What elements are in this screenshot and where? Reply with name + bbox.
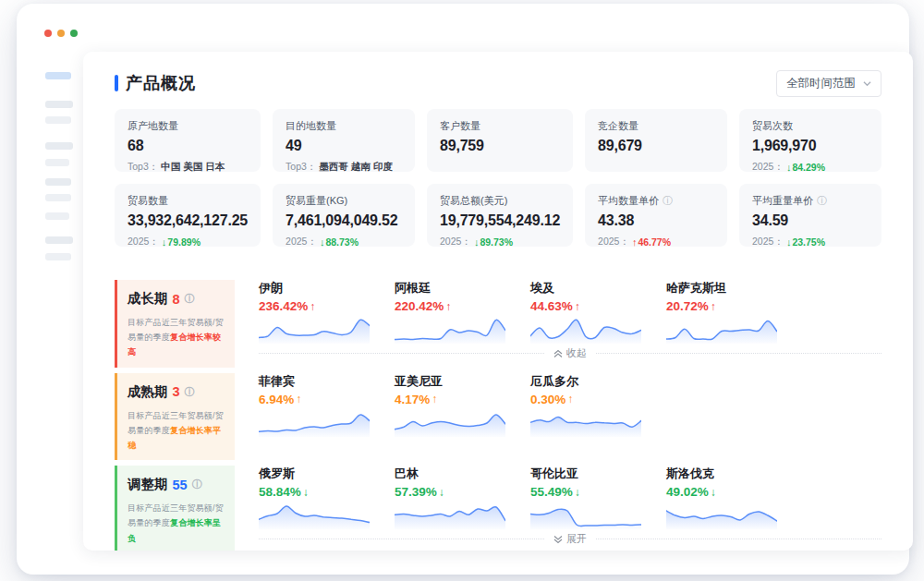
sparkline-chart [259,407,370,437]
stat-card-trade-total: 贸易总额(美元) 19,779,554,249.12 2025：↓89.73% [427,184,573,247]
product-overview-panel: 产品概况 全部时间范围 原产地数量 68 Top3：中国 美国 日本 目的地数量… [83,52,913,551]
stat-sub: 2025：↓84.29% [752,161,869,174]
country-name: 哥伦比亚 [530,466,643,482]
sidebar-item-active[interactable] [45,72,71,79]
stage-row-adjust: 调整期 55 ⓘ 目标产品近三年贸易额/贸易量的季度复合增长率呈负 俄罗斯 58… [115,466,881,551]
stat-sub-prefix: 2025： [598,236,629,248]
pct-value: 49.02% [666,485,709,499]
sidebar-item[interactable] [45,253,71,260]
time-range-select[interactable]: 全部时间范围 [776,70,881,97]
arrow-down-icon: ↓ [474,236,480,248]
minimize-button[interactable] [57,30,65,37]
page-title: 产品概况 [126,72,196,94]
stat-value: 68 [128,138,248,154]
country-name: 斯洛伐克 [666,466,779,482]
sidebar-item[interactable] [45,101,73,108]
stat-sub: 2025：↓23.75% [752,236,869,248]
stat-label: 原产地数量 [128,119,248,133]
country-cell[interactable]: 伊朗 236.42%↑ [259,280,371,344]
info-icon[interactable]: ⓘ [663,196,673,206]
pct-value: 236.42% [259,299,308,313]
stat-card-customer-count: 客户数量 89,759 [427,109,573,172]
stage-content: 俄罗斯 58.84%↓ 巴林 57.39%↓ 哥伦比亚 55.49%↓ [259,466,881,551]
country-pct: 4.17%↑ [395,393,507,406]
sidebar-item[interactable] [45,178,71,186]
stat-value: 34.59 [752,212,869,229]
stat-sub-prefix: 2025： [752,236,784,248]
country-cell[interactable]: 哥伦比亚 55.49%↓ [530,466,643,529]
stat-sub-prefix: 2025： [286,236,317,248]
info-icon[interactable]: ⓘ [185,294,195,304]
sidebar-item[interactable] [45,142,73,150]
pct-value: 58.84% [259,485,301,499]
info-icon[interactable]: ⓘ [817,196,827,206]
sidebar-item[interactable] [45,116,71,124]
trend-pct: 84.29% [792,162,825,173]
info-icon[interactable]: ⓘ [192,479,202,490]
stat-sub: Top3：中国 美国 日本 [128,161,248,174]
double-chevron-down-icon [553,535,563,544]
trend-value: ↓79.89% [162,236,201,248]
country-cell[interactable]: 菲律宾 6.94%↑ [259,373,371,437]
sidebar-item[interactable] [45,236,73,244]
sparkline-chart [530,407,641,437]
sidebar-nav-skeleton [45,72,77,260]
stat-value: 89,759 [440,138,560,154]
stage-row-growth: 成长期 8 ⓘ 目标产品近三年贸易额/贸易量的季度复合增长率较高 伊朗 236.… [115,280,881,368]
stage-title: 调整期 55 ⓘ [128,476,229,493]
stat-label: 平均重量单价ⓘ [752,194,869,208]
country-name: 俄罗斯 [259,466,371,482]
country-cell[interactable]: 斯洛伐克 49.02%↓ [666,466,779,529]
sidebar-item[interactable] [45,159,69,166]
window-controls [44,30,78,37]
zoom-button[interactable] [70,30,78,37]
arrow-down-icon: ↓ [439,486,444,499]
pct-value: 20.72% [666,299,709,313]
country-cell[interactable]: 巴林 57.39%↓ [395,466,507,529]
pct-value: 4.17% [395,393,430,406]
double-chevron-up-icon [553,349,563,358]
country-name: 伊朗 [259,280,371,297]
time-range-value: 全部时间范围 [786,76,856,91]
sidebar-item[interactable] [45,194,71,201]
trend-pct: 89.73% [480,236,513,248]
country-cell[interactable]: 厄瓜多尔 0.30%↑ [530,373,643,437]
stat-sub-prefix: 2025： [440,236,471,248]
sparkline-chart [259,500,370,529]
country-pct: 6.94%↑ [259,393,371,406]
stage-name: 成长期 [128,290,168,308]
country-grid: 菲律宾 6.94%↑ 亚美尼亚 4.17%↑ 厄瓜多尔 0.30%↑ [259,373,881,437]
stage-count: 8 [173,292,180,307]
divider-line [259,539,544,539]
stat-sub: 2025：↓88.73% [286,236,402,248]
country-name: 厄瓜多尔 [530,373,643,390]
trend-pct: 23.75% [792,236,825,248]
stage-label-adjust: 调整期 55 ⓘ 目标产品近三年贸易额/贸易量的季度复合增长率呈负 [115,466,235,551]
stage-desc: 目标产品近三年贸易额/贸易量的季度复合增长率较高 [128,315,229,360]
stat-value: 19,779,554,249.12 [440,212,560,229]
arrow-down-icon: ↓ [786,236,792,248]
expand-button[interactable]: 展开 [553,532,587,546]
country-pct: 57.39%↓ [395,485,507,499]
sparkline-chart [395,500,505,529]
arrow-up-icon: ↑ [310,300,315,313]
stage-title: 成熟期 3 ⓘ [128,383,229,401]
trend-value: ↓23.75% [786,236,825,248]
sidebar-item[interactable] [45,212,69,220]
country-cell[interactable]: 埃及 44.63%↑ [530,280,643,344]
title-accent-bar [115,75,118,91]
country-name: 阿根廷 [395,280,507,297]
pct-value: 55.49% [530,485,573,499]
close-button[interactable] [44,30,52,37]
country-cell[interactable]: 哈萨克斯坦 20.72%↑ [666,280,779,344]
country-cell[interactable]: 亚美尼亚 4.17%↑ [395,373,507,437]
country-pct: 20.72%↑ [666,299,779,313]
stage-count: 3 [173,384,180,399]
country-cell[interactable]: 俄罗斯 58.84%↓ [259,466,371,529]
arrow-down-icon: ↓ [786,162,792,173]
stage-name: 成熟期 [128,383,168,401]
stat-label: 贸易次数 [752,119,869,133]
country-cell[interactable]: 阿根廷 220.42%↑ [395,280,507,344]
collapse-button[interactable]: 收起 [553,346,587,360]
info-icon[interactable]: ⓘ [185,387,195,397]
